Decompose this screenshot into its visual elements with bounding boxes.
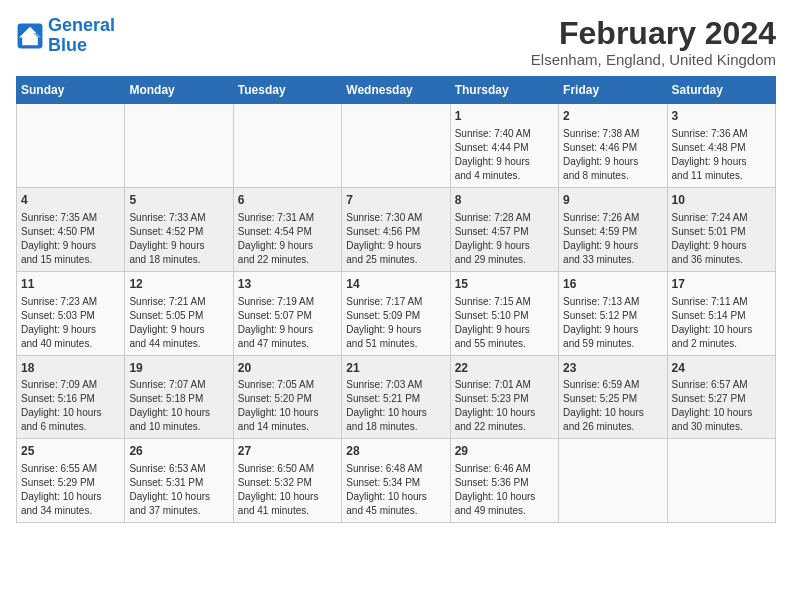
- calendar-cell: 24Sunrise: 6:57 AM Sunset: 5:27 PM Dayli…: [667, 355, 775, 439]
- header-day-tuesday: Tuesday: [233, 77, 341, 104]
- calendar-cell: 18Sunrise: 7:09 AM Sunset: 5:16 PM Dayli…: [17, 355, 125, 439]
- day-info: Sunrise: 7:21 AM Sunset: 5:05 PM Dayligh…: [129, 295, 228, 351]
- calendar-cell: 23Sunrise: 6:59 AM Sunset: 5:25 PM Dayli…: [559, 355, 667, 439]
- day-info: Sunrise: 6:50 AM Sunset: 5:32 PM Dayligh…: [238, 462, 337, 518]
- logo-line2: Blue: [48, 35, 87, 55]
- day-number: 26: [129, 443, 228, 460]
- day-info: Sunrise: 7:07 AM Sunset: 5:18 PM Dayligh…: [129, 378, 228, 434]
- day-info: Sunrise: 7:31 AM Sunset: 4:54 PM Dayligh…: [238, 211, 337, 267]
- calendar-cell: 5Sunrise: 7:33 AM Sunset: 4:52 PM Daylig…: [125, 187, 233, 271]
- logo: General Blue: [16, 16, 115, 56]
- day-number: 20: [238, 360, 337, 377]
- calendar-cell: 6Sunrise: 7:31 AM Sunset: 4:54 PM Daylig…: [233, 187, 341, 271]
- day-info: Sunrise: 7:36 AM Sunset: 4:48 PM Dayligh…: [672, 127, 771, 183]
- day-number: 21: [346, 360, 445, 377]
- day-number: 15: [455, 276, 554, 293]
- calendar-cell: 27Sunrise: 6:50 AM Sunset: 5:32 PM Dayli…: [233, 439, 341, 523]
- logo-icon: [16, 22, 44, 50]
- day-number: 28: [346, 443, 445, 460]
- calendar-cell: [233, 104, 341, 188]
- calendar-cell: 21Sunrise: 7:03 AM Sunset: 5:21 PM Dayli…: [342, 355, 450, 439]
- calendar-cell: 1Sunrise: 7:40 AM Sunset: 4:44 PM Daylig…: [450, 104, 558, 188]
- calendar-cell: 29Sunrise: 6:46 AM Sunset: 5:36 PM Dayli…: [450, 439, 558, 523]
- day-number: 22: [455, 360, 554, 377]
- day-number: 17: [672, 276, 771, 293]
- calendar-cell: 17Sunrise: 7:11 AM Sunset: 5:14 PM Dayli…: [667, 271, 775, 355]
- day-number: 11: [21, 276, 120, 293]
- day-number: 1: [455, 108, 554, 125]
- calendar-cell: 25Sunrise: 6:55 AM Sunset: 5:29 PM Dayli…: [17, 439, 125, 523]
- day-info: Sunrise: 7:11 AM Sunset: 5:14 PM Dayligh…: [672, 295, 771, 351]
- day-number: 19: [129, 360, 228, 377]
- day-number: 12: [129, 276, 228, 293]
- week-row-4: 18Sunrise: 7:09 AM Sunset: 5:16 PM Dayli…: [17, 355, 776, 439]
- day-info: Sunrise: 7:15 AM Sunset: 5:10 PM Dayligh…: [455, 295, 554, 351]
- day-info: Sunrise: 7:35 AM Sunset: 4:50 PM Dayligh…: [21, 211, 120, 267]
- day-info: Sunrise: 7:17 AM Sunset: 5:09 PM Dayligh…: [346, 295, 445, 351]
- calendar-cell: 16Sunrise: 7:13 AM Sunset: 5:12 PM Dayli…: [559, 271, 667, 355]
- calendar-body: 1Sunrise: 7:40 AM Sunset: 4:44 PM Daylig…: [17, 104, 776, 523]
- calendar-cell: 9Sunrise: 7:26 AM Sunset: 4:59 PM Daylig…: [559, 187, 667, 271]
- day-info: Sunrise: 6:48 AM Sunset: 5:34 PM Dayligh…: [346, 462, 445, 518]
- day-info: Sunrise: 7:24 AM Sunset: 5:01 PM Dayligh…: [672, 211, 771, 267]
- day-info: Sunrise: 7:13 AM Sunset: 5:12 PM Dayligh…: [563, 295, 662, 351]
- day-number: 7: [346, 192, 445, 209]
- day-number: 27: [238, 443, 337, 460]
- day-number: 14: [346, 276, 445, 293]
- day-info: Sunrise: 6:53 AM Sunset: 5:31 PM Dayligh…: [129, 462, 228, 518]
- logo-text: General Blue: [48, 16, 115, 56]
- calendar-cell: 22Sunrise: 7:01 AM Sunset: 5:23 PM Dayli…: [450, 355, 558, 439]
- calendar-cell: [667, 439, 775, 523]
- day-number: 9: [563, 192, 662, 209]
- day-number: 16: [563, 276, 662, 293]
- day-info: Sunrise: 7:23 AM Sunset: 5:03 PM Dayligh…: [21, 295, 120, 351]
- day-number: 18: [21, 360, 120, 377]
- day-number: 29: [455, 443, 554, 460]
- calendar-cell: 2Sunrise: 7:38 AM Sunset: 4:46 PM Daylig…: [559, 104, 667, 188]
- header-day-thursday: Thursday: [450, 77, 558, 104]
- calendar-cell: 20Sunrise: 7:05 AM Sunset: 5:20 PM Dayli…: [233, 355, 341, 439]
- day-info: Sunrise: 7:19 AM Sunset: 5:07 PM Dayligh…: [238, 295, 337, 351]
- day-info: Sunrise: 7:33 AM Sunset: 4:52 PM Dayligh…: [129, 211, 228, 267]
- week-row-5: 25Sunrise: 6:55 AM Sunset: 5:29 PM Dayli…: [17, 439, 776, 523]
- header-day-monday: Monday: [125, 77, 233, 104]
- title-block: February 2024 Elsenham, England, United …: [531, 16, 776, 68]
- calendar-cell: 14Sunrise: 7:17 AM Sunset: 5:09 PM Dayli…: [342, 271, 450, 355]
- calendar-cell: [125, 104, 233, 188]
- day-info: Sunrise: 7:40 AM Sunset: 4:44 PM Dayligh…: [455, 127, 554, 183]
- calendar-cell: [17, 104, 125, 188]
- week-row-1: 1Sunrise: 7:40 AM Sunset: 4:44 PM Daylig…: [17, 104, 776, 188]
- page-header: General Blue February 2024 Elsenham, Eng…: [16, 16, 776, 68]
- day-number: 13: [238, 276, 337, 293]
- calendar-cell: [342, 104, 450, 188]
- day-number: 4: [21, 192, 120, 209]
- month-year: February 2024: [531, 16, 776, 51]
- calendar-cell: 8Sunrise: 7:28 AM Sunset: 4:57 PM Daylig…: [450, 187, 558, 271]
- calendar-cell: 3Sunrise: 7:36 AM Sunset: 4:48 PM Daylig…: [667, 104, 775, 188]
- day-number: 2: [563, 108, 662, 125]
- day-info: Sunrise: 7:26 AM Sunset: 4:59 PM Dayligh…: [563, 211, 662, 267]
- day-info: Sunrise: 7:05 AM Sunset: 5:20 PM Dayligh…: [238, 378, 337, 434]
- week-row-2: 4Sunrise: 7:35 AM Sunset: 4:50 PM Daylig…: [17, 187, 776, 271]
- logo-line1: General: [48, 15, 115, 35]
- day-info: Sunrise: 7:01 AM Sunset: 5:23 PM Dayligh…: [455, 378, 554, 434]
- day-info: Sunrise: 7:30 AM Sunset: 4:56 PM Dayligh…: [346, 211, 445, 267]
- day-number: 6: [238, 192, 337, 209]
- calendar-cell: 26Sunrise: 6:53 AM Sunset: 5:31 PM Dayli…: [125, 439, 233, 523]
- calendar-cell: 4Sunrise: 7:35 AM Sunset: 4:50 PM Daylig…: [17, 187, 125, 271]
- day-number: 8: [455, 192, 554, 209]
- calendar-cell: 19Sunrise: 7:07 AM Sunset: 5:18 PM Dayli…: [125, 355, 233, 439]
- calendar-cell: 12Sunrise: 7:21 AM Sunset: 5:05 PM Dayli…: [125, 271, 233, 355]
- day-info: Sunrise: 6:57 AM Sunset: 5:27 PM Dayligh…: [672, 378, 771, 434]
- day-info: Sunrise: 7:28 AM Sunset: 4:57 PM Dayligh…: [455, 211, 554, 267]
- day-info: Sunrise: 7:38 AM Sunset: 4:46 PM Dayligh…: [563, 127, 662, 183]
- day-info: Sunrise: 7:09 AM Sunset: 5:16 PM Dayligh…: [21, 378, 120, 434]
- calendar-table: SundayMondayTuesdayWednesdayThursdayFrid…: [16, 76, 776, 523]
- day-number: 3: [672, 108, 771, 125]
- week-row-3: 11Sunrise: 7:23 AM Sunset: 5:03 PM Dayli…: [17, 271, 776, 355]
- day-number: 5: [129, 192, 228, 209]
- calendar-header: SundayMondayTuesdayWednesdayThursdayFrid…: [17, 77, 776, 104]
- day-info: Sunrise: 6:55 AM Sunset: 5:29 PM Dayligh…: [21, 462, 120, 518]
- day-number: 10: [672, 192, 771, 209]
- day-info: Sunrise: 7:03 AM Sunset: 5:21 PM Dayligh…: [346, 378, 445, 434]
